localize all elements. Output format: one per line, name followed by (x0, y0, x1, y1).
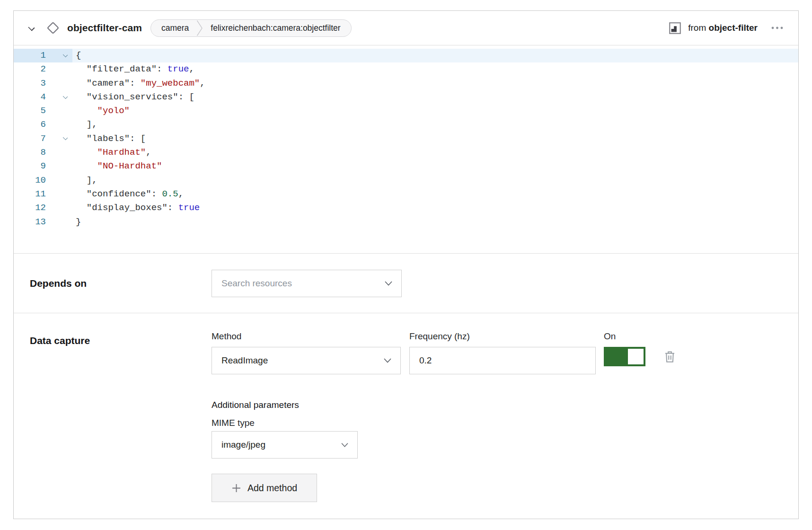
code-text: "labels": [ (72, 132, 146, 146)
line-number: 12 (14, 201, 46, 215)
dependencies-placeholder: Search resources (221, 278, 384, 289)
method-value: ReadImage (221, 355, 383, 366)
code-line: 10 ], (14, 174, 798, 187)
code-line: 9 "NO-Hardhat" (14, 159, 798, 173)
capture-toggle-label: On (604, 331, 677, 342)
chevron-down-icon (384, 281, 393, 286)
method-field: Method ReadImage (212, 331, 401, 374)
line-number: 2 (14, 62, 46, 76)
fold-toggle-icon[interactable] (46, 49, 72, 62)
code-text: ], (72, 174, 97, 187)
line-number: 4 (14, 90, 46, 104)
depends-on-label: Depends on (30, 278, 212, 289)
from-module-label: from object-filter (688, 23, 758, 33)
code-line: 3 "camera": "my_webcam", (14, 77, 798, 90)
code-text: { (72, 49, 81, 62)
line-number: 5 (14, 104, 46, 118)
code-text: "display_boxes": true (72, 201, 200, 215)
more-options-button[interactable] (769, 24, 786, 32)
code-line: 7 "labels": [ (14, 132, 798, 146)
add-method-button[interactable]: Add method (212, 474, 317, 502)
code-line: 11 "confidence": 0.5, (14, 187, 798, 201)
fold-gutter-spacer (46, 174, 72, 187)
code-text: "yolo" (72, 104, 130, 118)
code-line: 6 ], (14, 118, 798, 132)
depends-on-section: Depends on Search resources (14, 253, 798, 313)
component-card: objectfilter-cam camera felixreichenbach… (13, 10, 799, 519)
code-text: "Hardhat", (72, 146, 151, 159)
plus-icon (231, 483, 241, 493)
code-text: "NO-Hardhat" (72, 159, 162, 173)
code-line: 5 "yolo" (14, 104, 798, 118)
mime-type-value: image/jpeg (221, 440, 341, 450)
fold-gutter-spacer (46, 118, 72, 132)
fold-toggle-icon[interactable] (46, 90, 72, 104)
frequency-label: Frequency (hz) (409, 331, 596, 342)
module-icon (669, 22, 681, 34)
code-text: "camera": "my_webcam", (72, 77, 205, 90)
code-text: "filter_data": true, (72, 62, 194, 76)
data-capture-section: Data capture Method ReadImage Frequency … (14, 313, 798, 520)
toggle-knob (628, 349, 644, 364)
from-word: from (688, 23, 706, 33)
mime-type-label: MIME type (212, 418, 677, 428)
chevron-down-icon (341, 442, 349, 448)
ellipsis-icon (771, 26, 784, 30)
component-diamond-icon (45, 20, 61, 35)
fold-gutter-spacer (46, 159, 72, 173)
code-lines: 1{2 "filter_data": true,3 "camera": "my_… (14, 49, 798, 229)
fold-toggle-icon[interactable] (46, 132, 72, 146)
code-line: 4 "vision_services": [ (14, 90, 798, 104)
data-capture-label: Data capture (30, 331, 212, 346)
fold-gutter-spacer (46, 215, 72, 229)
line-number: 1 (14, 49, 46, 62)
trash-icon (663, 350, 676, 363)
component-model-tag: felixreichenbach:camera:objectfilter (211, 23, 340, 33)
code-text: ], (72, 118, 97, 132)
pill-separator-chevron-icon (196, 20, 203, 36)
capture-toggle-field: On (604, 331, 677, 374)
method-label: Method (212, 331, 401, 342)
delete-capture-method-button[interactable] (662, 349, 677, 364)
capture-method-row: Method ReadImage Frequency (hz) On (212, 331, 677, 374)
capture-on-toggle[interactable] (604, 347, 645, 366)
line-number: 9 (14, 159, 46, 173)
fold-gutter-spacer (46, 77, 72, 90)
component-name: objectfilter-cam (67, 22, 142, 34)
collapse-card-button[interactable] (25, 22, 39, 35)
line-number: 6 (14, 118, 46, 132)
fold-gutter-spacer (46, 146, 72, 159)
line-number: 11 (14, 187, 46, 201)
data-capture-content: Method ReadImage Frequency (hz) On (212, 331, 677, 502)
code-text: "vision_services": [ (72, 90, 194, 104)
component-card-header: objectfilter-cam camera felixreichenbach… (14, 11, 798, 45)
code-text: "confidence": 0.5, (72, 187, 184, 201)
code-line: 1{ (14, 49, 798, 62)
additional-parameters-label: Additional parameters (212, 400, 677, 410)
line-number: 8 (14, 146, 46, 159)
dependencies-select[interactable]: Search resources (212, 270, 402, 297)
fold-gutter-spacer (46, 62, 72, 76)
line-number: 7 (14, 132, 46, 146)
line-number: 3 (14, 77, 46, 90)
code-line: 8 "Hardhat", (14, 146, 798, 159)
code-line: 2 "filter_data": true, (14, 62, 798, 76)
page: objectfilter-cam camera felixreichenbach… (0, 0, 812, 530)
chevron-down-icon (383, 358, 392, 363)
fold-gutter-spacer (46, 104, 72, 118)
code-line: 13} (14, 215, 798, 229)
toggle-row (604, 347, 677, 366)
component-type-tag: camera (161, 23, 189, 33)
method-select[interactable]: ReadImage (212, 347, 401, 374)
line-number: 10 (14, 174, 46, 187)
mime-type-select[interactable]: image/jpeg (212, 431, 358, 459)
component-type-model-pill: camera felixreichenbach:camera:objectfil… (150, 19, 352, 37)
add-method-label: Add method (247, 483, 297, 494)
frequency-field: Frequency (hz) (409, 331, 596, 374)
code-text: } (72, 215, 81, 229)
frequency-input[interactable] (409, 347, 596, 374)
line-number: 13 (14, 215, 46, 229)
header-right-group: from object-filter (669, 22, 786, 34)
json-config-editor[interactable]: 1{2 "filter_data": true,3 "camera": "my_… (14, 45, 798, 253)
chevron-down-icon (28, 24, 35, 31)
